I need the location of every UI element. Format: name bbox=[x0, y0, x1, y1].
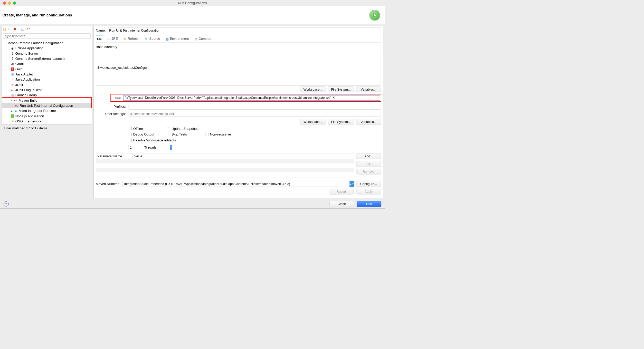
name-input[interactable] bbox=[108, 28, 381, 33]
tree-label: JUnit bbox=[15, 83, 23, 87]
profiles-input[interactable] bbox=[129, 104, 381, 110]
remove-param-button[interactable]: Remove bbox=[356, 169, 381, 174]
tab-label: Ma bbox=[97, 37, 102, 41]
environment-icon: ▦ bbox=[166, 37, 169, 40]
profiles-label: Profiles: bbox=[96, 105, 127, 109]
tab-jre[interactable]: ♨JRE bbox=[106, 36, 119, 42]
user-settings-input[interactable] bbox=[129, 111, 381, 117]
run-button[interactable]: Run bbox=[357, 201, 381, 207]
dialog-footer: ? Close Run bbox=[0, 199, 385, 208]
base-dir-input[interactable] bbox=[96, 50, 381, 85]
close-button[interactable]: Close bbox=[329, 201, 354, 207]
spinner-up-icon[interactable]: ▲ bbox=[170, 145, 172, 148]
threads-spinner[interactable]: ▲▼ bbox=[129, 145, 143, 150]
tree-item-junit[interactable]: JᴜJUnit bbox=[2, 82, 92, 87]
configure-button[interactable]: Configure... bbox=[356, 181, 381, 187]
dialog-header: Create, manage, and run configurations bbox=[0, 6, 385, 24]
junit-plugin-icon: Jᴜ bbox=[11, 88, 14, 92]
tree-item-micro-integrator[interactable]: ▶◉Micro Integrator Runtime bbox=[2, 108, 92, 113]
tab-label: Common bbox=[199, 37, 212, 41]
eclipse-icon: ◕ bbox=[11, 47, 14, 50]
apply-button[interactable]: Apply bbox=[356, 189, 381, 195]
window-minimize-icon[interactable] bbox=[8, 2, 11, 5]
tree-item-generic-server-ext[interactable]: 🗄Generic Server(External Launch) bbox=[2, 56, 92, 61]
tab-refresh[interactable]: ↻Refresh bbox=[122, 36, 141, 42]
workspace-button[interactable]: Workspace... bbox=[300, 86, 325, 92]
tree-item-maven-build[interactable]: ▼m2Maven Build bbox=[2, 98, 92, 103]
variables-button[interactable]: Variables... bbox=[356, 86, 381, 92]
tree-label: Run Unit Test Internal Configuration bbox=[20, 104, 73, 108]
svg-marker-0 bbox=[374, 13, 377, 17]
tab-source[interactable]: ≡Source bbox=[144, 36, 161, 42]
config-tree[interactable]: Carbon Remote Launch Configuration ◕Ecli… bbox=[2, 40, 92, 124]
workspace-button-2[interactable]: Workspace... bbox=[300, 119, 325, 125]
filter-button[interactable]: ▾ bbox=[26, 27, 30, 31]
param-name-header: Parameter Name bbox=[96, 153, 133, 159]
skip-tests-checkbox[interactable]: Skip Tests bbox=[167, 132, 199, 137]
checkbox-label: Debug Output bbox=[133, 132, 154, 137]
add-param-button[interactable]: Add... bbox=[356, 153, 381, 159]
filter-input[interactable] bbox=[3, 33, 91, 38]
non-recursive-checkbox[interactable]: Non-recursive bbox=[205, 132, 238, 137]
tree-label: Launch Group bbox=[15, 93, 37, 97]
checkbox-label: Resolve Workspace artifacts bbox=[133, 138, 176, 142]
maven-runtime-select[interactable]: IntegrationStudioEmbedded (EXTERNAL /App… bbox=[122, 181, 354, 187]
expand-arrow-icon[interactable]: ▼ bbox=[11, 99, 13, 102]
tree-item-run-unit-test[interactable]: m2Run Unit Test Internal Configuration bbox=[2, 103, 92, 108]
tab-label: Source bbox=[149, 37, 160, 41]
base-dir-label: Base directory: bbox=[96, 44, 381, 50]
update-snapshots-checkbox[interactable]: Update Snapshots bbox=[167, 127, 199, 131]
goals-label: Goals: bbox=[112, 97, 121, 99]
toolbar-separator bbox=[19, 27, 19, 31]
filesystem-button-2[interactable]: File System... bbox=[328, 119, 354, 125]
tree-item-generic-server[interactable]: 🗄Generic Server bbox=[2, 51, 92, 56]
tree-label: Java Applet bbox=[15, 72, 33, 76]
tree-item-launch-group[interactable]: ▤Launch Group bbox=[2, 93, 92, 98]
resolve-workspace-checkbox[interactable]: Resolve Workspace artifacts bbox=[129, 138, 190, 142]
junit-icon: Jᴜ bbox=[11, 83, 14, 86]
spinner-down-icon[interactable]: ▼ bbox=[170, 148, 172, 150]
threads-label: Threads bbox=[144, 146, 157, 150]
expand-arrow-icon[interactable]: ▶ bbox=[11, 109, 13, 112]
refresh-icon: ↻ bbox=[124, 37, 127, 40]
tab-common[interactable]: ▤Common bbox=[193, 36, 214, 42]
new-config-button[interactable]: + bbox=[3, 27, 7, 31]
window-close-icon[interactable] bbox=[3, 2, 6, 5]
goals-input[interactable] bbox=[123, 95, 380, 101]
applet-icon: ▦ bbox=[11, 73, 14, 76]
java-icon: J bbox=[11, 78, 14, 81]
tree-item-java-applet[interactable]: ▦Java Applet bbox=[2, 72, 92, 77]
tree-item-java-app[interactable]: JJava Application bbox=[2, 77, 92, 82]
param-rows bbox=[96, 159, 354, 178]
variables-button-2[interactable]: Variables... bbox=[356, 119, 381, 125]
window-maximize-icon[interactable] bbox=[13, 2, 16, 5]
tree-label: Generic Server(External Launch) bbox=[15, 57, 65, 61]
tree-item-grunt[interactable]: 🐗Grunt bbox=[2, 61, 92, 66]
parameter-table[interactable]: Parameter Name Value bbox=[96, 153, 354, 178]
debug-output-checkbox[interactable]: Debug Output bbox=[129, 132, 161, 137]
offline-checkbox[interactable]: Offline bbox=[129, 127, 161, 131]
revert-button[interactable]: Revert bbox=[329, 189, 354, 195]
tab-main[interactable]: Ma bbox=[96, 36, 103, 42]
edit-param-button[interactable]: Edit... bbox=[356, 161, 381, 167]
tab-environment[interactable]: ▦Environment bbox=[164, 36, 190, 42]
micro-integrator-icon: ◉ bbox=[14, 109, 17, 112]
delete-button[interactable] bbox=[13, 27, 17, 31]
name-label: Name: bbox=[96, 28, 106, 33]
help-icon[interactable]: ? bbox=[4, 201, 9, 207]
tree-item-junit-plugin[interactable]: JᴜJUnit Plug-in Test bbox=[2, 88, 92, 93]
tree-item-eclipse[interactable]: ◕Eclipse Application bbox=[2, 46, 92, 51]
tree-item-osgi[interactable]: ⊕OSGi Framework bbox=[2, 119, 92, 124]
server-icon: 🗄 bbox=[11, 52, 14, 55]
gulp-icon: G bbox=[11, 67, 14, 71]
tree-label: Micro Integrator Runtime bbox=[19, 109, 56, 113]
user-settings-label: User settings: bbox=[96, 112, 127, 116]
tree-item-nodejs[interactable]: nNode.js Application bbox=[2, 113, 92, 119]
collapse-all-button[interactable] bbox=[20, 27, 25, 31]
tree-item-carbon[interactable]: Carbon Remote Launch Configuration bbox=[2, 41, 92, 46]
filesystem-button[interactable]: File System... bbox=[328, 86, 354, 92]
tree-label: Grunt bbox=[15, 62, 24, 66]
titlebar[interactable]: Run Configurations bbox=[0, 0, 385, 6]
duplicate-button[interactable] bbox=[8, 27, 12, 31]
tree-item-gulp[interactable]: GGulp bbox=[2, 66, 92, 72]
